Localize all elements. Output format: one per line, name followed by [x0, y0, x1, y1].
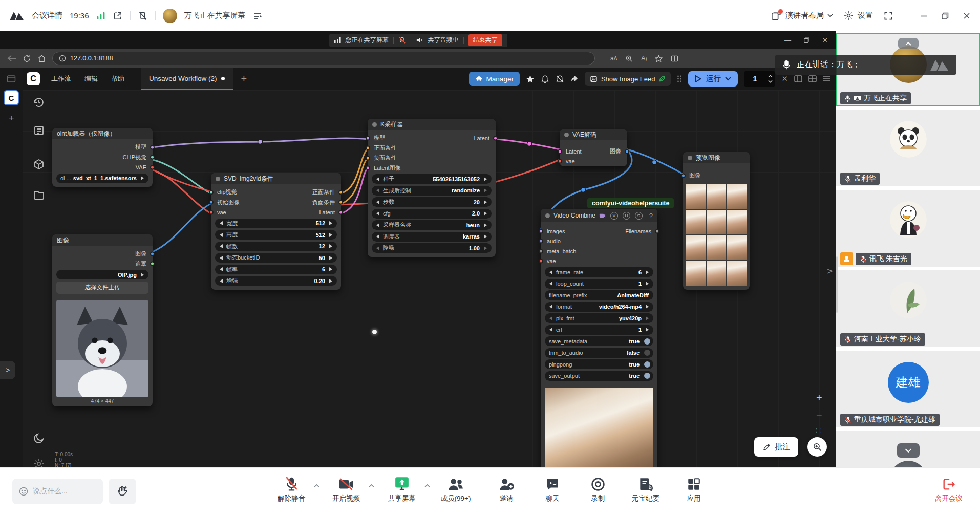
toggle-save_metadata[interactable]	[644, 338, 650, 345]
queue-count-stepper[interactable]: 1	[744, 71, 775, 87]
decrement-arrow[interactable]	[218, 221, 223, 225]
panel-grid-icon[interactable]	[808, 75, 817, 82]
site-info-icon[interactable]	[59, 55, 66, 62]
reroute-dot[interactable]	[258, 140, 263, 144]
workflow-tab[interactable]: Unsaved Workflow (2)	[141, 68, 233, 90]
decrement-arrow[interactable]	[547, 270, 552, 274]
node-library-icon[interactable]	[33, 158, 45, 170]
node-title-video-combine[interactable]: Video CombineVHS?	[541, 209, 657, 222]
show-image-feed-button[interactable]: Show Image Feed	[585, 72, 671, 86]
star-icon[interactable]	[526, 75, 535, 83]
node-title-preview-image[interactable]: 预览图像	[683, 152, 750, 163]
output-port-CLIP视觉[interactable]	[150, 155, 155, 160]
decrement-arrow[interactable]	[547, 305, 552, 309]
sharer-list-icon[interactable]	[253, 12, 262, 20]
back-icon[interactable]	[7, 55, 16, 62]
widget-种子[interactable]: 种子554026135163052	[372, 174, 492, 184]
manager-button[interactable]: Manager	[469, 72, 520, 86]
fit-view-icon[interactable]: ⛶	[816, 426, 821, 435]
increment-arrow[interactable]	[646, 270, 651, 274]
increment-arrow[interactable]	[329, 279, 334, 283]
scroll-down-button[interactable]	[897, 443, 920, 458]
decrement-arrow[interactable]	[547, 328, 552, 332]
toggle-trim_to_audio[interactable]	[644, 350, 650, 356]
input-port-Latent[interactable]	[558, 149, 562, 154]
new-workflow-tab-button[interactable]: +	[241, 73, 247, 85]
widget-帧数[interactable]: 帧数12	[215, 242, 337, 251]
increment-arrow[interactable]	[646, 305, 651, 309]
read-aloud-icon[interactable]: A)	[641, 55, 647, 62]
chat-input[interactable]: 说点什么...	[12, 479, 103, 504]
input-port-vae[interactable]	[209, 210, 214, 214]
increment-arrow[interactable]	[329, 233, 334, 237]
fullscreen-icon[interactable]	[883, 11, 893, 21]
mic-muted-icon[interactable]	[398, 36, 406, 44]
audio-device-muted-icon[interactable]	[138, 11, 148, 21]
increment-arrow[interactable]	[329, 256, 334, 260]
participant-tile-5[interactable]: 建雄重庆城市职业学院-尤建雄	[836, 351, 980, 427]
maximize-button[interactable]	[941, 12, 949, 20]
increment-arrow[interactable]	[329, 221, 334, 225]
settings-gear-icon[interactable]	[33, 458, 45, 467]
decrement-arrow[interactable]	[218, 279, 223, 283]
close-run-panel-icon[interactable]: ✕	[781, 74, 788, 83]
output-port-Filenames[interactable]	[655, 229, 659, 233]
raise-hand-button[interactable]	[109, 479, 136, 504]
output-port-图像[interactable]	[150, 251, 155, 256]
increment-arrow[interactable]	[141, 176, 146, 180]
translate-icon[interactable]: aA	[610, 55, 617, 62]
increment-arrow[interactable]	[484, 188, 489, 192]
participant-tile-3[interactable]: 讯飞 朱吉光	[836, 190, 980, 267]
video-preview[interactable]	[545, 388, 653, 467]
increment-arrow[interactable]	[646, 282, 651, 286]
widget-save_output[interactable]: save_outputtrue	[545, 371, 653, 381]
queue-list-icon[interactable]	[33, 124, 45, 137]
collapse-dot[interactable]	[372, 122, 377, 127]
widget-帧率[interactable]: 帧率6	[215, 265, 337, 274]
node-video-combine[interactable]: Video CombineVHS?imagesFilenamesaudiomet…	[541, 209, 657, 467]
decrement-arrow[interactable]	[218, 267, 223, 271]
menu-lines-icon[interactable]	[823, 76, 831, 82]
node-title-vae-decode[interactable]: VAE解码	[560, 129, 627, 140]
reload-icon[interactable]	[23, 54, 31, 63]
decrement-arrow[interactable]	[374, 177, 379, 181]
layout-button[interactable]: 演讲者布局	[771, 11, 833, 21]
panel-left-icon[interactable]	[794, 75, 802, 82]
increment-arrow[interactable]	[329, 267, 334, 271]
widget-loop_count[interactable]: loop_count1	[545, 279, 653, 289]
bell-icon[interactable]	[541, 75, 549, 83]
widget-生成后控制[interactable]: 生成后控制randomize	[372, 186, 492, 196]
widget-采样器名称[interactable]: 采样器名称heun	[372, 220, 492, 230]
tab-list-icon[interactable]	[7, 75, 16, 83]
browser-minimize-button[interactable]: —	[784, 36, 791, 44]
favorites-star-icon[interactable]	[655, 55, 663, 62]
widget-save_metadata[interactable]: save_metadatatrue	[545, 336, 653, 346]
browser-close-button[interactable]: ✕	[822, 36, 828, 44]
workflows-folder-icon[interactable]	[33, 189, 45, 201]
theme-moon-icon[interactable]	[33, 432, 45, 444]
output-port-VAE[interactable]	[150, 165, 155, 169]
node-vae-decode[interactable]: VAE解码Latent图像vae	[560, 129, 627, 166]
increment-arrow[interactable]	[484, 246, 489, 250]
magnifier-zoom-button[interactable]	[807, 437, 827, 457]
toolbar-button-应用[interactable]: 应用	[666, 474, 722, 503]
history-icon[interactable]	[33, 96, 45, 109]
node-load-image[interactable]: 图像图像遮罩OIP.jpg选择文件上传474 × 447	[52, 234, 153, 406]
output-port-正面条件[interactable]	[338, 190, 343, 195]
home-icon[interactable]	[37, 54, 46, 63]
widget-高度[interactable]: 高度512	[215, 230, 337, 240]
input-port-vae[interactable]	[558, 159, 562, 164]
widget-OIP.jpg[interactable]: OIP.jpg	[56, 270, 148, 280]
widget-调度器[interactable]: 调度器karras	[372, 232, 492, 242]
run-button[interactable]: 运行	[688, 71, 738, 87]
input-port-clip视觉[interactable]	[209, 190, 214, 195]
input-port-audio[interactable]	[539, 239, 543, 244]
increment-arrow[interactable]	[329, 244, 334, 248]
share-workflow-icon[interactable]	[570, 75, 579, 83]
comfyui-browser-tab[interactable]: C	[4, 90, 19, 105]
toolbar-button-解除静音[interactable]: 解除静音	[263, 474, 319, 503]
menu-workflow[interactable]: 工作流	[51, 74, 71, 83]
input-port-初始图像[interactable]	[209, 200, 214, 205]
decrement-arrow[interactable]	[374, 223, 379, 227]
collapse-dot[interactable]	[545, 213, 550, 218]
